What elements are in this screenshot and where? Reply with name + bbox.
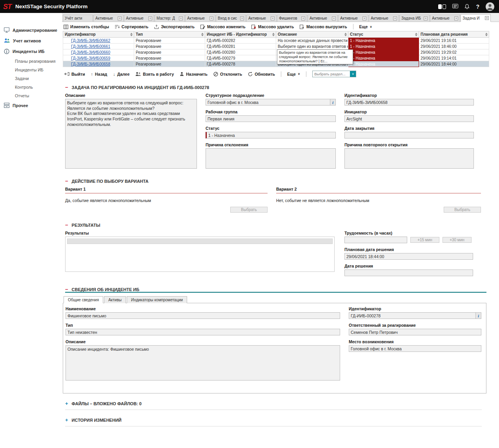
sidebar-item-incidents[interactable]: Инциденты ИБ	[0, 46, 62, 57]
layout-toggle-icon[interactable]	[438, 4, 446, 9]
incident-name-field[interactable]	[66, 312, 340, 319]
tab-aktivnye-4[interactable]: Активные×	[246, 15, 277, 22]
column-header-due[interactable]: Плановая дата решения	[419, 31, 489, 38]
tab-aktivnye-1[interactable]: Активные×	[93, 15, 124, 22]
incident-responsible-field[interactable]	[349, 329, 481, 335]
sort-arrows-icon[interactable]	[130, 33, 133, 36]
close-icon[interactable]: ×	[179, 16, 183, 20]
task-id-link[interactable]: ГД-ЗИИБ-ЗИИБ00661	[71, 44, 110, 49]
tab-vhod-v-sistemu[interactable]: Вход в сис×	[216, 15, 246, 22]
help-icon[interactable]: ?	[476, 4, 479, 10]
bulk-unload-button[interactable]: Массово выгрузить	[300, 24, 347, 29]
tab-indicators[interactable]: Индикаторы компрометации	[127, 296, 187, 303]
info-icon[interactable]: i	[475, 313, 481, 319]
choose-variant-1-button[interactable]: Выбрать	[230, 207, 268, 213]
incident-location-field[interactable]	[349, 345, 481, 352]
initiator-field[interactable]	[344, 115, 474, 122]
incident-id-field[interactable]	[349, 312, 481, 319]
close-icon[interactable]: ×	[118, 16, 122, 20]
task-id-link[interactable]: ГД-ЗИИБ-ЗИИБ00658	[71, 62, 110, 66]
messages-icon[interactable]	[452, 4, 458, 9]
close-icon[interactable]: ×	[424, 16, 428, 20]
tab-master[interactable]: Мастер: Д×	[155, 15, 185, 22]
reject-button[interactable]: Отклонить	[213, 72, 242, 76]
collapse-plus-icon[interactable]: +	[65, 418, 68, 422]
collapse-plus-icon[interactable]: +	[65, 402, 68, 406]
task-description-field[interactable]: Выберите один из вариантов ответов на сл…	[65, 99, 197, 169]
close-icon[interactable]: ×	[454, 16, 458, 20]
variants-section-header[interactable]: − ДЕЙСТВИЕ ПО ВЫБОРУ ВАРИАНТА	[65, 179, 482, 184]
take-to-work-button[interactable]: Взять в работу	[135, 72, 174, 76]
refresh-button[interactable]: Обновить	[248, 72, 275, 76]
results-section-header[interactable]: − РЕЗУЛЬТАТЫ	[65, 223, 482, 228]
collapse-minus-icon[interactable]: −	[65, 179, 68, 183]
incident-section-header[interactable]: − СВЕДЕНИЯ ОБ ИНЦИДЕНТЕ ИБ	[65, 287, 482, 292]
incident-type-field[interactable]	[66, 329, 340, 335]
add-15-min-button[interactable]: +15 мин	[410, 237, 439, 243]
task-id-link[interactable]: ГД-ЗИИБ-ЗИИБ00659	[71, 56, 110, 60]
edit-columns-button[interactable]: Изменить столбцы	[64, 24, 109, 29]
user-avatar[interactable]	[486, 2, 494, 11]
collapse-minus-icon[interactable]: −	[65, 223, 68, 227]
table-row[interactable]: ГД-ЗИИБ-ЗИИБ00659 Реагирование ГД-ИИБ-00…	[63, 55, 489, 61]
reject-reason-field[interactable]	[206, 148, 336, 169]
table-row[interactable]: ГД-ЗИИБ-ЗИИБ00661 Реагирование ГД-ИИБ-00…	[63, 44, 489, 49]
bulk-delete-button[interactable]: Массово удалить	[251, 24, 294, 29]
files-section-header[interactable]: + ФАЙЛЫ – ВЛОЖЕНО ФАЙЛОВ: 0	[65, 401, 482, 410]
collapse-minus-icon[interactable]: −	[65, 288, 68, 291]
tab-aktivnye-6[interactable]: Активные×	[338, 15, 368, 22]
close-icon[interactable]: ×	[209, 16, 213, 20]
collapse-minus-icon[interactable]: −	[65, 86, 68, 89]
history-section-header[interactable]: + ИСТОРИЯ ИЗМЕНЕНИЙ	[65, 418, 482, 426]
close-icon[interactable]: ×	[485, 16, 489, 20]
tab-aktivnye-5[interactable]: Активные×	[308, 15, 338, 22]
close-icon[interactable]: ×	[332, 16, 336, 20]
column-header-incident[interactable]: Инцидент ИБ - Идентификатор	[205, 31, 276, 38]
task-id-link[interactable]: ГД-ЗИИБ-ЗИИБ00660	[71, 50, 110, 55]
close-icon[interactable]: ×	[271, 16, 275, 20]
tab-aktivnye-8[interactable]: Активные×	[430, 15, 460, 22]
choose-variant-2-button[interactable]: Выбрать	[444, 207, 481, 213]
assign-button[interactable]: Назначить	[180, 72, 208, 76]
close-icon[interactable]: ×	[393, 16, 397, 20]
column-header-status[interactable]: Статус	[348, 31, 419, 38]
sidebar-item-administration[interactable]: Администрирование	[0, 25, 62, 35]
table-row[interactable]: ГД-ЗИИБ-ЗИИБ00660 Реагирование ГД-ИИБ-00…	[63, 49, 489, 55]
more-button[interactable]: Еще ∨	[287, 72, 300, 76]
reopen-reason-field[interactable]	[344, 148, 474, 169]
tab-zadacha-ib-1[interactable]: Задача ИБ×	[399, 15, 430, 22]
task-id-link[interactable]: ГД-ЗИИБ-ЗИИБ00662	[71, 38, 110, 43]
tab-zadacha-ib-active[interactable]: Задача И×	[461, 14, 491, 22]
column-header-description[interactable]: Описание	[276, 31, 348, 38]
add-30-min-button[interactable]: +30 мин	[443, 237, 472, 243]
notifications-bell-icon[interactable]	[464, 4, 470, 9]
table-row-selected[interactable]: ГД-ЗИИБ-ЗИИБ00658 Реагирование ГД-ИИБ-00…	[63, 61, 489, 67]
sidebar-item-other[interactable]: Прочее	[0, 100, 62, 111]
tab-aktivnye-2[interactable]: Активные×	[124, 15, 154, 22]
sort-arrows-icon[interactable]	[272, 33, 275, 36]
incident-description-field[interactable]: Описание инцидента: Фишинговое письмо	[66, 345, 340, 381]
sort-arrows-icon[interactable]	[201, 33, 204, 36]
unit-field[interactable]	[206, 99, 336, 106]
column-header-id[interactable]: Идентификатор	[63, 31, 134, 38]
next-button[interactable]: ↓ Далее	[113, 72, 129, 76]
sidebar-item-assets[interactable]: Учет активов	[0, 35, 62, 46]
close-icon[interactable]: ×	[148, 16, 152, 20]
info-icon[interactable]: i	[330, 99, 335, 105]
sidebar-item-incidents-list[interactable]: Инциденты ИБ	[0, 66, 62, 74]
tab-aktivnye-7[interactable]: Активные×	[369, 15, 399, 22]
results-editor[interactable]	[65, 237, 335, 272]
sort-arrows-icon[interactable]	[415, 33, 417, 36]
close-icon[interactable]: ×	[301, 16, 305, 20]
more-button[interactable]: Еще ∨	[359, 24, 372, 29]
sidebar-item-response-plans[interactable]: Планы реагирования	[0, 57, 62, 66]
sort-arrows-icon[interactable]	[485, 33, 488, 36]
sidebar-item-reports[interactable]: Отчеты	[0, 91, 62, 100]
export-button[interactable]: Экспортировать	[154, 24, 195, 29]
effort-field[interactable]	[344, 237, 407, 243]
sidebar-item-control[interactable]: Контроль	[0, 83, 62, 91]
sort-button[interactable]: Сортировать	[115, 24, 148, 29]
tab-assets[interactable]: Активы	[104, 296, 126, 303]
tab-aktivnye-3[interactable]: Активные×	[185, 15, 215, 22]
planned-date-field[interactable]	[344, 253, 473, 260]
